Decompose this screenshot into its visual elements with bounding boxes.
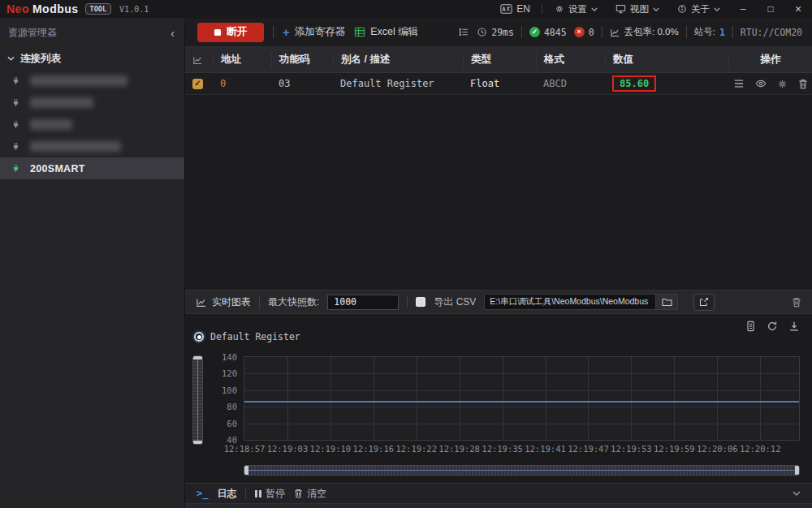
menu-view[interactable]: 视图 <box>607 0 668 18</box>
sidebar-item-blurred[interactable] <box>0 92 184 114</box>
folder-icon[interactable] <box>656 294 678 310</box>
column-type[interactable]: 类型 <box>463 53 536 67</box>
plug-icon <box>11 163 21 174</box>
chevron-down-icon <box>653 7 659 11</box>
menu-about-label: 关于 <box>691 3 710 15</box>
connection-list: 200SMART <box>0 70 184 179</box>
disconnect-button[interactable]: 断开 <box>197 23 264 42</box>
toolbar-divider <box>686 26 687 38</box>
open-external-icon[interactable] <box>693 294 715 311</box>
row-value: 85.60 <box>620 78 649 89</box>
blurred-connection-name <box>30 141 121 152</box>
success-count: 4845 <box>544 27 567 38</box>
row-checkbox[interactable]: ✓ <box>192 79 203 89</box>
max-snapshots-input[interactable] <box>327 295 399 310</box>
x-tick-label: 12:19:16 <box>353 444 395 454</box>
menu-settings[interactable]: 设置 <box>546 0 607 18</box>
x-tick-label: 12:20:12 <box>740 444 781 454</box>
report-document-icon[interactable] <box>745 321 756 332</box>
titlebar-divider <box>542 4 542 14</box>
log-clear-button[interactable]: 清空 <box>294 487 326 501</box>
clear-chart-trash-icon[interactable] <box>792 297 801 308</box>
column-function-code[interactable]: 功能码 <box>271 53 333 67</box>
success-check-icon: ✓ <box>529 27 540 37</box>
series-line <box>244 401 799 403</box>
column-actions[interactable]: 操作 <box>728 53 812 67</box>
download-icon[interactable] <box>788 321 800 332</box>
eye-icon[interactable] <box>755 79 767 88</box>
menu-view-label: 视图 <box>630 3 649 15</box>
language-label: EN <box>516 3 530 15</box>
export-path-input[interactable] <box>484 294 656 310</box>
sidebar-collapse-icon[interactable]: ‹ <box>171 26 175 40</box>
chevron-down-icon <box>7 56 15 61</box>
y-tick-label: 140 <box>222 352 237 362</box>
row-address: 0 <box>213 78 271 89</box>
bottom-resize-strip[interactable] <box>185 503 812 508</box>
realtime-chart-toggle[interactable]: 实时图表 <box>196 295 251 309</box>
gridline-vertical <box>631 357 632 440</box>
menu-about[interactable]: 关于 <box>668 0 729 18</box>
column-address[interactable]: 地址 <box>213 53 271 67</box>
sidebar-item-blurred[interactable] <box>0 114 184 136</box>
log-pause-button[interactable]: 暂停 <box>255 487 285 501</box>
maximize-button[interactable]: □ <box>757 0 784 18</box>
error-stat: × 0 <box>574 27 594 38</box>
line-chart-icon <box>610 28 620 37</box>
sidebar-item-blurred[interactable] <box>0 70 184 92</box>
refresh-icon[interactable] <box>767 321 778 332</box>
translate-icon <box>500 4 512 14</box>
row-trash-icon[interactable] <box>798 79 808 89</box>
series-radio-label: Default Register <box>210 331 300 342</box>
x-tick-label: 12:19:28 <box>438 444 480 454</box>
gear-icon <box>555 4 564 14</box>
gridline-vertical <box>717 357 718 440</box>
column-alias[interactable]: 别名 / 描述 <box>333 53 463 67</box>
language-toggle[interactable]: EN <box>492 0 538 18</box>
connection-name: 200SMART <box>30 163 85 174</box>
error-count: 0 <box>589 27 594 38</box>
version-label: V1.0.1 <box>119 5 149 14</box>
sidebar-item-200smart[interactable]: 200SMART <box>0 157 184 179</box>
toolbar-divider <box>732 26 733 38</box>
terminal-icon: >_ <box>197 488 208 499</box>
station-stat: 站号: 1 <box>694 26 725 38</box>
poll-list-icon[interactable] <box>458 27 469 37</box>
log-title[interactable]: 日志 <box>217 487 236 501</box>
row-menu-icon[interactable] <box>733 79 745 88</box>
add-register-button[interactable]: + 添加寄存器 <box>283 25 345 39</box>
chart-column-icon <box>185 53 213 67</box>
chart-horizontal-range-slider[interactable] <box>244 465 800 476</box>
log-collapse-chevron-icon[interactable] <box>793 491 801 496</box>
sidebar-item-blurred[interactable] <box>0 136 184 157</box>
connection-list-section[interactable]: 连接列表 <box>0 47 184 70</box>
x-tick-label: 12:19:41 <box>525 444 566 454</box>
log-bar: >_ 日志 暂停 清空 <box>185 483 812 503</box>
chart-toolbar: 实时图表 最大快照数: 导出 CSV <box>185 290 812 314</box>
column-value[interactable]: 数值 <box>605 53 728 67</box>
info-icon <box>677 4 687 14</box>
main-panel: 断开 + 添加寄存器 Excel 编辑 <box>185 18 812 508</box>
series-radio[interactable]: Default Register <box>194 331 300 342</box>
excel-edit-button[interactable]: Excel 编辑 <box>354 25 418 39</box>
x-tick-label: 12:19:53 <box>611 444 652 454</box>
register-row[interactable]: ✓ 0 03 Default Register Float ABCD 85.60 <box>185 73 812 95</box>
row-format: ABCD <box>536 78 605 89</box>
latency-value: 29ms <box>491 27 514 38</box>
plug-icon <box>11 75 21 86</box>
x-tick-label: 12:18:57 <box>224 444 266 454</box>
excel-edit-label: Excel 编辑 <box>370 25 418 39</box>
minimize-button[interactable]: – <box>729 0 757 18</box>
export-csv-checkbox[interactable] <box>416 297 425 307</box>
plug-icon <box>11 141 21 152</box>
gridline-vertical <box>760 357 761 440</box>
plot-area: 14012010080604012:18:5712:19:0312:19:101… <box>244 356 800 441</box>
gridline-vertical <box>546 357 546 440</box>
row-gear-icon[interactable] <box>777 79 788 89</box>
close-button[interactable]: × <box>784 0 812 18</box>
column-format[interactable]: 格式 <box>536 53 605 67</box>
toolbar-divider <box>273 26 274 38</box>
pause-icon <box>255 490 261 497</box>
x-tick-label: 12:19:59 <box>654 444 695 454</box>
chart-vertical-zoom-slider[interactable] <box>192 355 203 445</box>
